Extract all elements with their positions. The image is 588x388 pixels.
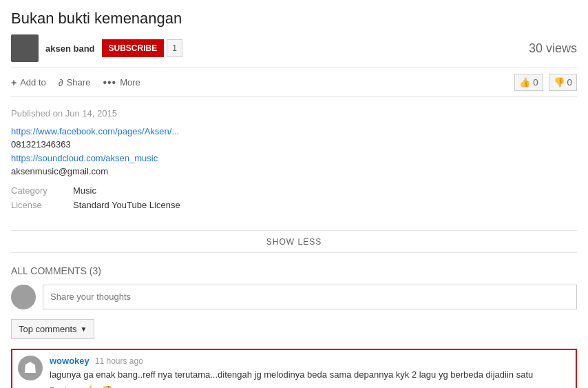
like-count: 0: [533, 77, 538, 88]
subscribe-group: Subscribe 1: [102, 39, 182, 57]
license-value: Standard YouTube License: [73, 198, 180, 212]
comment-like-icon[interactable]: 👍: [84, 385, 96, 388]
like-button[interactable]: 👍 0: [514, 74, 543, 91]
thumbs-up-icon: 👍: [519, 77, 531, 88]
channel-left: aksen band Subscribe 1: [11, 34, 182, 62]
comments-section: ALL COMMENTS (3) Top comments ▼ ☗ wowoke…: [11, 265, 577, 389]
sort-arrow-icon: ▼: [81, 325, 87, 333]
sort-label: Top comments: [19, 324, 77, 334]
action-left: + Add to ∂ Share ••• More: [11, 76, 140, 89]
soundcloud-url[interactable]: https://soundcloud.com/aksen_music: [11, 153, 158, 163]
user-avatar: [11, 285, 36, 309]
comment-author[interactable]: wowokey: [50, 356, 90, 366]
share-icon: ∂: [59, 77, 63, 88]
published-date: Published on Jun 14, 2015: [11, 107, 577, 121]
subscribe-count: 1: [167, 39, 182, 57]
category-label: Category: [11, 184, 73, 198]
channel-row: aksen band Subscribe 1 30 views: [11, 34, 577, 62]
channel-name[interactable]: aksen band: [45, 43, 95, 54]
page-container: Bukan bukti kemenangan aksen band Subscr…: [0, 0, 588, 388]
facebook-url[interactable]: https://www.facebook.com/pages/Aksen/...: [11, 126, 179, 136]
plus-icon: +: [11, 77, 17, 88]
thumbs-down-icon: 👎: [554, 77, 565, 88]
share-label: Share: [67, 77, 91, 88]
comment-input-row: [11, 285, 577, 309]
sort-button[interactable]: Top comments ▼: [11, 319, 94, 339]
comments-header: ALL COMMENTS (3): [11, 265, 577, 276]
description-section: Published on Jun 14, 2015 https://www.fa…: [11, 107, 577, 221]
meta-table: Category Music License Standard YouTube …: [11, 184, 577, 212]
add-to-label: Add to: [20, 77, 46, 88]
action-row: + Add to ∂ Share ••• More 👍 0 👎 0: [11, 68, 577, 97]
comment-meta: wowokey 11 hours ago: [50, 356, 570, 366]
dislike-count: 0: [567, 77, 572, 88]
email: aksenmusic@gmail.com: [11, 165, 577, 178]
subscribe-button[interactable]: Subscribe: [102, 39, 165, 57]
add-to-action[interactable]: + Add to: [11, 77, 46, 88]
action-right: 👍 0 👎 0: [514, 74, 577, 91]
comment-dislike-icon[interactable]: 👎: [101, 385, 113, 388]
dislike-button[interactable]: 👎 0: [549, 74, 577, 91]
comment-time: 11 hours ago: [95, 356, 143, 366]
more-action[interactable]: ••• More: [103, 76, 140, 89]
license-label: License: [11, 198, 73, 212]
category-row: Category Music: [11, 184, 577, 198]
comment-item: ☗ wowokey 11 hours ago lagunya ga enak b…: [11, 349, 577, 389]
soundcloud-link: https://soundcloud.com/aksen_music: [11, 152, 577, 165]
commenter-avatar: ☗: [18, 356, 43, 380]
comment-text: lagunya ga enak bang..reff nya terutama.…: [50, 369, 570, 381]
video-title: Bukan bukti kemenangan: [11, 10, 577, 28]
comment-actions: Reply · 👍 👎: [50, 385, 570, 388]
facebook-link: https://www.facebook.com/pages/Aksen/...: [11, 125, 577, 139]
channel-avatar[interactable]: [11, 34, 39, 62]
person-icon: ☗: [23, 359, 37, 377]
comment-content: wowokey 11 hours ago lagunya ga enak ban…: [50, 356, 570, 389]
show-less-row: SHOW LESS: [11, 230, 577, 253]
more-label: More: [120, 77, 140, 88]
license-row: License Standard YouTube License: [11, 198, 577, 212]
more-dots-icon: •••: [103, 76, 116, 89]
sort-row: Top comments ▼: [11, 319, 577, 339]
avatar-image: [11, 34, 39, 62]
show-less-button[interactable]: SHOW LESS: [266, 237, 322, 247]
category-value: Music: [73, 184, 96, 198]
phone-number: 081321346363: [11, 138, 577, 152]
comment-input[interactable]: [43, 285, 577, 309]
views-count: 30 views: [529, 41, 577, 56]
share-action[interactable]: ∂ Share: [59, 77, 91, 88]
